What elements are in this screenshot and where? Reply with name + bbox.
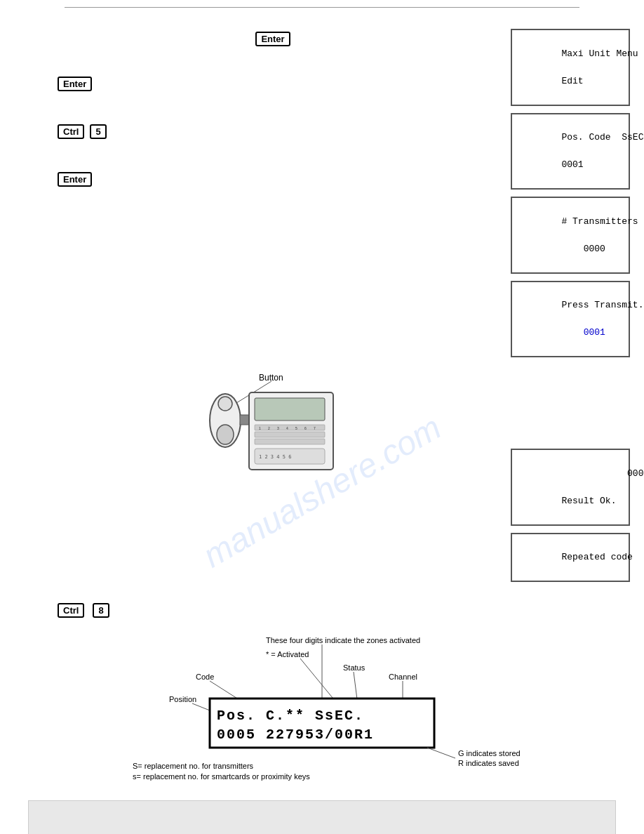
lcd-box-4: Press Transmit. 0001 bbox=[511, 281, 630, 358]
spacer-lcd bbox=[511, 378, 630, 449]
svg-text:Position: Position bbox=[169, 695, 196, 703]
enter-key-4[interactable]: Enter bbox=[58, 172, 92, 187]
instruction-row-2: Enter bbox=[56, 74, 490, 105]
svg-text:0005 227953/00R1: 0005 227953/00R1 bbox=[217, 727, 374, 743]
bottom-gray-box bbox=[28, 800, 616, 834]
svg-text:Channel: Channel bbox=[389, 673, 417, 681]
keys-area-3: Ctrl 5 bbox=[56, 121, 140, 139]
svg-line-22 bbox=[300, 658, 336, 702]
result-lcd1-line1: 0001 bbox=[561, 468, 644, 479]
ctrl-key-3[interactable]: Ctrl bbox=[58, 124, 84, 139]
svg-text:S= replacement no. for transmi: S= replacement no. for transmitters bbox=[133, 762, 254, 770]
right-col: Maxi Unit Menu Edit Pos. Code SsEC 0001 … bbox=[504, 22, 644, 371]
lcd3-line1: # Transmitters bbox=[561, 216, 638, 227]
svg-line-28 bbox=[354, 672, 357, 699]
svg-text:These four digits indicate the: These four digits indicate the zones act… bbox=[266, 636, 420, 644]
svg-text:1 2 3 4 5 6: 1 2 3 4 5 6 bbox=[259, 454, 291, 460]
svg-rect-9 bbox=[255, 439, 325, 444]
ctrl8-section: Ctrl 8 These four digits indicate the zo… bbox=[0, 603, 644, 786]
enter-key-1[interactable]: Enter bbox=[255, 32, 290, 46]
lcd1-line2: Edit bbox=[561, 76, 583, 86]
svg-text:Status: Status bbox=[343, 663, 365, 672]
diagram-area: Button bbox=[0, 371, 504, 596]
five-key-3[interactable]: 5 bbox=[90, 124, 106, 139]
svg-text:Code: Code bbox=[196, 673, 214, 681]
keys-area-4: Enter bbox=[56, 169, 140, 187]
lcd-box-1: Maxi Unit Menu Edit bbox=[511, 29, 630, 106]
svg-text:G indicates stored: G indicates stored bbox=[458, 749, 521, 757]
svg-text:Pos. C.** SsEC.: Pos. C.** SsEC. bbox=[217, 708, 364, 724]
svg-text:2: 2 bbox=[268, 426, 270, 430]
result-lcd-1: 0001 Result Ok. bbox=[511, 449, 630, 526]
svg-text:5: 5 bbox=[295, 426, 297, 430]
lcd2-line2: 0001 bbox=[561, 159, 583, 170]
lcd-box-3: # Transmitters 0000 bbox=[511, 197, 630, 274]
svg-rect-6 bbox=[255, 398, 325, 421]
lcd4-line2: 0001 bbox=[561, 327, 605, 338]
ctrl8-svg: These four digits indicate the zones act… bbox=[126, 632, 561, 786]
svg-text:6: 6 bbox=[304, 426, 307, 430]
svg-text:4: 4 bbox=[286, 426, 288, 430]
result-lcd1-line2: Result Ok. bbox=[561, 496, 616, 506]
enter-key-2[interactable]: Enter bbox=[58, 77, 92, 91]
svg-text:3: 3 bbox=[277, 426, 279, 430]
svg-text:* = Activated: * = Activated bbox=[266, 650, 309, 658]
result-lcd-2: Repeated code bbox=[511, 533, 630, 583]
svg-text:R indicates saved: R indicates saved bbox=[458, 759, 519, 767]
result-lcd2-line1: Repeated code bbox=[561, 552, 632, 562]
svg-text:s= replacement no. for smartca: s= replacement no. for smartcards or pro… bbox=[133, 772, 310, 781]
instruction-row-1: Enter bbox=[56, 29, 490, 60]
svg-point-2 bbox=[218, 397, 232, 411]
ctrl8-row: Ctrl 8 bbox=[56, 603, 630, 618]
instruction-row-4: Enter bbox=[56, 169, 490, 200]
device-drawing: Button bbox=[196, 371, 350, 480]
keys-area-1: Enter bbox=[231, 29, 315, 46]
ctrl-key-8[interactable]: Ctrl bbox=[58, 603, 84, 618]
left-col: Enter Enter Ctrl 5 Enter bbox=[0, 22, 504, 371]
svg-rect-8 bbox=[255, 432, 325, 437]
eight-key-8[interactable]: 8 bbox=[93, 603, 109, 618]
page-container: manualshere.com Enter Enter Ctrl bbox=[0, 7, 644, 834]
lcd-box-2: Pos. Code SsEC 0001 bbox=[511, 113, 630, 190]
lcd4-line1: Press Transmit. bbox=[561, 300, 643, 310]
svg-text:1: 1 bbox=[259, 426, 261, 430]
lcd3-line2: 0000 bbox=[561, 244, 605, 254]
lcd2-line1: Pos. Code SsEC bbox=[561, 132, 643, 143]
ctrl8-diagram: These four digits indicate the zones act… bbox=[56, 632, 630, 786]
svg-text:7: 7 bbox=[314, 426, 316, 430]
svg-line-34 bbox=[427, 748, 455, 758]
keys-area-2: Enter bbox=[56, 74, 140, 91]
instruction-row-3: Ctrl 5 bbox=[56, 121, 490, 152]
lcd1-line1: Maxi Unit Menu bbox=[561, 48, 638, 59]
svg-point-3 bbox=[217, 425, 234, 444]
result-lcd-col: 0001 Result Ok. Repeated code bbox=[504, 371, 644, 596]
main-content: Enter Enter Ctrl 5 Enter bbox=[0, 8, 644, 371]
diagram-svg: 1 2 3 4 5 6 7 1 2 3 4 5 6 bbox=[196, 371, 350, 480]
